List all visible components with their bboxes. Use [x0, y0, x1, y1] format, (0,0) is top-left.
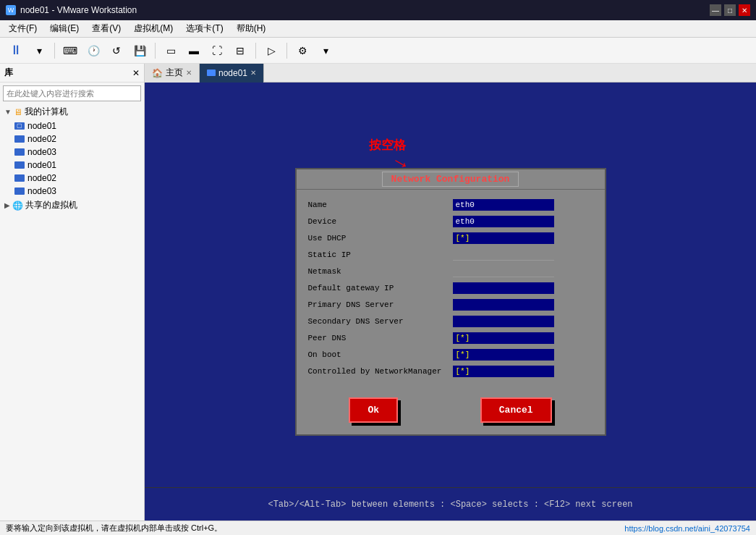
- value-static-ip: [453, 249, 554, 261]
- vm-icon-node01: ▢: [14, 122, 25, 130]
- fit-guest-button[interactable]: ▭: [161, 41, 181, 61]
- toolbar-separator-1: [54, 43, 55, 59]
- sidebar-item-node03-1[interactable]: node03: [0, 146, 144, 159]
- tab-bar: 🏠 主页 ✕ node01 ✕: [145, 64, 756, 83]
- maximize-button[interactable]: □: [724, 4, 736, 16]
- node02-label-1: node02: [27, 134, 56, 144]
- sidebar-close-button[interactable]: ✕: [132, 68, 140, 78]
- menu-edit[interactable]: 编辑(E): [44, 21, 85, 36]
- tab-node01-close[interactable]: ✕: [250, 69, 256, 77]
- tab-home[interactable]: 🏠 主页 ✕: [145, 64, 200, 83]
- label-use-dhcp: Use DHCP: [308, 234, 453, 243]
- home-icon: 🏠: [152, 68, 163, 78]
- value-secondary-dns: [453, 316, 554, 327]
- toolbar-separator-3: [255, 43, 256, 59]
- vm-screen[interactable]: 按空格 → Network Configuration Name eth0: [145, 83, 756, 521]
- network-config-dialog: Network Configuration Name eth0 Device e…: [295, 168, 606, 436]
- vm-icon-node01-2: [14, 161, 25, 169]
- settings-dropdown[interactable]: ▾: [315, 41, 336, 61]
- tab-node01-label: node01: [218, 68, 247, 78]
- minimize-button[interactable]: —: [710, 4, 721, 16]
- send-ctrl-alt-del-button[interactable]: ⌨: [60, 41, 80, 61]
- expand-icon-shared: ▶: [4, 201, 10, 209]
- value-network-manager[interactable]: [*]: [453, 366, 554, 377]
- field-primary-dns: Primary DNS Server: [308, 298, 593, 311]
- field-netmask: Netmask: [308, 265, 593, 278]
- sidebar-item-node01-2[interactable]: node01: [0, 159, 144, 172]
- field-peer-dns[interactable]: Peer DNS [*]: [308, 332, 593, 345]
- field-network-manager[interactable]: Controlled by NetworkManager [*]: [308, 365, 593, 378]
- field-gateway: Default gateway IP: [308, 282, 593, 295]
- full-screen-button[interactable]: ⛶: [207, 41, 227, 61]
- vmware-icon: W: [6, 5, 16, 15]
- suspend-button[interactable]: 💾: [129, 41, 150, 61]
- status-bar-left: 要将输入定向到该虚拟机，请在虚拟机内部单击或按 Ctrl+G。: [6, 523, 222, 534]
- toolbar-dropdown[interactable]: ▾: [29, 41, 49, 61]
- sidebar-item-shared-vms[interactable]: ▶ 🌐 共享的虚拟机: [0, 198, 144, 213]
- vm-icon-node02: [14, 135, 25, 143]
- content-area: 🏠 主页 ✕ node01 ✕ 按空格 →: [145, 64, 756, 521]
- label-netmask: Netmask: [308, 267, 453, 276]
- console-button[interactable]: ▷: [261, 41, 281, 61]
- status-bar: 要将输入定向到该虚拟机，请在虚拟机内部单击或按 Ctrl+G。 https://…: [0, 521, 756, 535]
- tab-home-label: 主页: [166, 67, 183, 79]
- field-use-dhcp[interactable]: Use DHCP [*]: [308, 232, 593, 245]
- field-device: Device eth0: [308, 215, 593, 228]
- value-device: eth0: [453, 216, 554, 227]
- value-name: eth0: [453, 199, 554, 211]
- search-input[interactable]: [3, 85, 141, 101]
- vm-bottom-text: <Tab>/<Alt-Tab> between elements : <Spac…: [268, 500, 632, 510]
- node03-label-2: node03: [27, 186, 56, 196]
- status-bar-right: https://blog.csdn.net/aini_42073754: [624, 524, 750, 533]
- value-peer-dns[interactable]: [*]: [453, 332, 554, 344]
- value-use-dhcp[interactable]: [*]: [453, 232, 554, 244]
- ok-button[interactable]: Ok: [349, 397, 398, 423]
- label-primary-dns: Primary DNS Server: [308, 300, 453, 309]
- menu-help[interactable]: 帮助(H): [231, 21, 272, 36]
- close-button[interactable]: ✕: [739, 4, 750, 16]
- field-static-ip: Static IP: [308, 248, 593, 261]
- node01-label-1: node01: [27, 121, 56, 131]
- toolbar-separator-4: [286, 43, 287, 59]
- dialog-title: Network Configuration: [297, 169, 605, 190]
- settings-button[interactable]: ⚙: [292, 41, 313, 61]
- title-bar: W node01 - VMware Workstation — □ ✕: [0, 0, 756, 20]
- menu-vm[interactable]: 虚拟机(M): [128, 21, 179, 36]
- vm-icon-node02-2: [14, 174, 25, 182]
- sidebar-item-my-computer[interactable]: ▼ 🖥 我的计算机: [0, 104, 144, 119]
- value-on-boot[interactable]: [*]: [453, 349, 554, 361]
- cancel-button[interactable]: Cancel: [480, 397, 552, 423]
- revert-button[interactable]: ↺: [106, 41, 127, 61]
- menu-view[interactable]: 查看(V): [86, 21, 127, 36]
- tab-node01[interactable]: node01 ✕: [200, 64, 264, 83]
- field-name: Name eth0: [308, 198, 593, 211]
- tab-home-close[interactable]: ✕: [186, 69, 192, 77]
- label-on-boot: On boot: [308, 350, 453, 359]
- sidebar-item-node03-2[interactable]: node03: [0, 185, 144, 198]
- middle-layout: 库 ✕ ▼ 🖥 我的计算机 ▢ node01 node02: [0, 64, 756, 521]
- field-on-boot[interactable]: On boot [*]: [308, 348, 593, 361]
- pause-button[interactable]: ⏸: [6, 41, 26, 61]
- toolbar: ⏸ ▾ ⌨ 🕐 ↺ 💾 ▭ ▬ ⛶ ⊟ ▷ ⚙ ▾: [0, 38, 756, 64]
- sidebar-item-node01-1[interactable]: ▢ node01: [0, 119, 144, 132]
- snapshot-button[interactable]: 🕐: [83, 41, 103, 61]
- sidebar-item-node02-2[interactable]: node02: [0, 172, 144, 185]
- field-secondary-dns: Secondary DNS Server: [308, 315, 593, 328]
- sidebar-search-area: [0, 83, 144, 104]
- app-window: W node01 - VMware Workstation — □ ✕ 文件(F…: [0, 0, 756, 535]
- menu-file[interactable]: 文件(F): [3, 21, 43, 36]
- vm-icon-node03-2: [14, 188, 25, 195]
- window-title: node01 - VMware Workstation: [20, 5, 137, 15]
- value-netmask: [453, 266, 554, 277]
- sidebar-item-node02-1[interactable]: node02: [0, 132, 144, 146]
- toolbar-separator-2: [155, 43, 156, 59]
- tab-vm-icon: [207, 69, 216, 76]
- title-bar-left: W node01 - VMware Workstation: [6, 5, 137, 15]
- label-gateway: Default gateway IP: [308, 284, 453, 292]
- fit-window-button[interactable]: ▬: [184, 41, 204, 61]
- dialog-body: Name eth0 Device eth0 Use DHCP [*]: [297, 190, 605, 390]
- unity-button[interactable]: ⊟: [230, 41, 250, 61]
- node03-label-1: node03: [27, 147, 56, 157]
- menu-tabs[interactable]: 选项卡(T): [180, 21, 229, 36]
- node01-label-2: node01: [27, 160, 56, 170]
